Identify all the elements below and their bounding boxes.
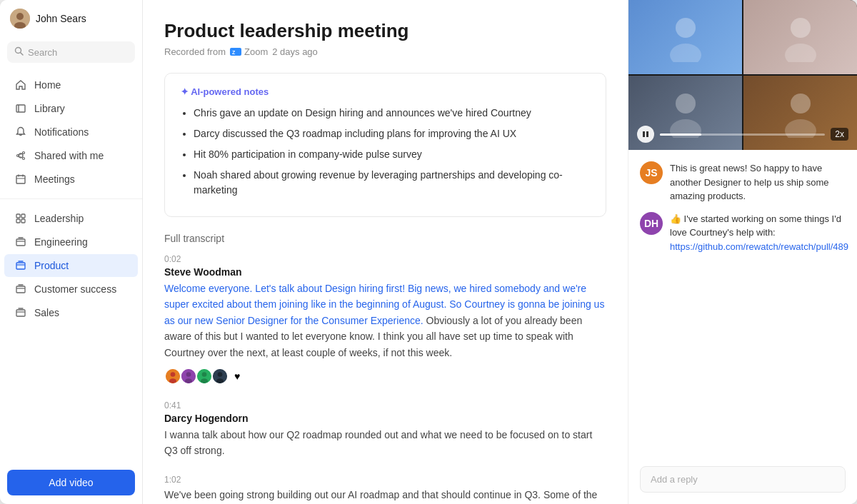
comment: JS This is great news! So happy to have … — [640, 161, 846, 203]
progress-bar[interactable] — [660, 133, 825, 136]
svg-point-48 — [676, 94, 696, 114]
svg-point-37 — [185, 378, 192, 383]
sidebar-item-engineering[interactable]: Engineering — [4, 231, 138, 253]
svg-rect-53 — [646, 131, 648, 137]
svg-rect-20 — [16, 219, 20, 223]
person-silhouette-1 — [664, 12, 707, 62]
sidebar-item-leadership[interactable]: Leadership — [4, 207, 138, 230]
meeting-time-ago: 2 days ago — [272, 46, 318, 57]
channel-icon-sales — [14, 306, 27, 319]
share-icon — [14, 149, 27, 162]
svg-point-42 — [218, 372, 223, 377]
ai-note-item: Chris gave an update on Design hiring an… — [194, 106, 590, 121]
engineering-label: Engineering — [34, 236, 88, 248]
content-area: Product leadership meeting Recorded from… — [143, 0, 857, 504]
shared-label: Shared with me — [34, 150, 104, 161]
calendar-icon — [14, 173, 27, 186]
reaction-avatar — [196, 368, 213, 385]
svg-point-43 — [216, 378, 224, 383]
svg-point-33 — [171, 372, 176, 377]
avatar — [10, 9, 30, 29]
bell-icon — [14, 126, 27, 138]
user-name: John Sears — [36, 13, 86, 24]
svg-rect-28 — [16, 310, 25, 316]
svg-point-36 — [186, 372, 191, 377]
meeting-source: Zoom — [244, 46, 268, 57]
sidebar-item-notifications[interactable]: Notifications — [4, 121, 138, 143]
product-label: Product — [34, 260, 69, 271]
notifications-label: Notifications — [34, 126, 89, 138]
ai-label: ✦ AI-powered notes — [181, 86, 590, 97]
meeting-title: Product leadership meeting — [164, 20, 606, 42]
ai-notes-box: ✦ AI-powered notes Chris gave an update … — [164, 73, 606, 217]
commenter-avatar-2: DH — [640, 212, 663, 235]
progress-fill — [660, 133, 701, 136]
channel-icon-product — [14, 259, 27, 272]
channels-nav: Leadership Engineering Product Customer … — [0, 203, 142, 328]
sidebar-item-sales[interactable]: Sales — [4, 301, 138, 324]
svg-point-47 — [785, 44, 816, 62]
search-icon — [14, 46, 24, 58]
svg-rect-22 — [16, 239, 25, 246]
pause-button[interactable] — [637, 126, 654, 143]
transcript-text: Welcome everyone. Let's talk about Desig… — [164, 281, 606, 361]
speed-badge[interactable]: 2x — [831, 128, 848, 141]
svg-point-8 — [23, 152, 25, 154]
ai-note-item: Darcy discussed the Q3 roadmap including… — [194, 126, 590, 141]
transcript-speaker: Steve Woodman — [164, 266, 606, 278]
svg-point-44 — [676, 18, 696, 38]
sidebar-item-customer-success[interactable]: Customer success — [4, 278, 138, 301]
channel-icon-customer-success — [14, 283, 27, 296]
svg-rect-14 — [16, 176, 25, 183]
svg-point-34 — [169, 378, 176, 383]
comment: DH 👍 I've started working on some things… — [640, 212, 846, 254]
video-cell-2 — [743, 0, 857, 74]
transcript-entry: 0:02 Steve Woodman Welcome everyone. Let… — [164, 254, 606, 385]
comment-link[interactable]: https://github.com/rewatch/rewatch/pull/… — [670, 241, 848, 252]
svg-rect-21 — [21, 219, 25, 223]
svg-point-45 — [670, 44, 701, 62]
svg-point-40 — [201, 378, 208, 383]
add-video-button[interactable]: Add video — [7, 470, 135, 495]
channel-icon-engineering — [14, 236, 27, 248]
video-controls: 2x — [628, 126, 857, 143]
transcript-panel: Product leadership meeting Recorded from… — [143, 0, 628, 504]
reactions: ♥ — [164, 368, 606, 385]
reaction-emoji: ♥ — [234, 371, 240, 382]
zoom-logo-icon: Z — [230, 48, 241, 56]
reaction-avatar — [164, 368, 181, 385]
comment-body-2: 👍 I've started working on some things I'… — [670, 212, 848, 254]
library-icon — [14, 102, 27, 115]
channel-icon-leadership — [14, 212, 27, 225]
svg-text:Z: Z — [232, 50, 236, 55]
reply-input[interactable]: Add a reply — [640, 466, 846, 493]
sidebar-item-product[interactable]: Product — [4, 254, 138, 277]
ai-note-item: Noah shared about growing revenue by lev… — [194, 168, 590, 198]
sidebar-item-meetings[interactable]: Meetings — [4, 168, 138, 191]
transcript-time: 1:02 — [164, 475, 606, 485]
user-header: John Sears — [0, 0, 142, 37]
sidebar-item-home[interactable]: Home — [4, 74, 138, 96]
meeting-meta: Recorded from Z Zoom 2 days ago — [164, 46, 606, 57]
nav-divider — [0, 198, 142, 199]
main-nav: Home Library Notifications Shared with m… — [0, 70, 142, 194]
leadership-label: Leadership — [34, 213, 84, 224]
home-icon — [14, 79, 27, 91]
main-content: Product leadership meeting Recorded from… — [143, 0, 857, 504]
library-label: Library — [34, 103, 65, 114]
svg-rect-52 — [643, 131, 645, 137]
right-panel: 2x JS This is great news! So happy to ha… — [628, 0, 857, 504]
ai-note-item: Hit 80% participation in company-wide pu… — [194, 147, 590, 162]
sidebar-item-shared[interactable]: Shared with me — [4, 144, 138, 167]
search-box[interactable]: Search — [7, 41, 135, 63]
person-silhouette-2 — [779, 12, 822, 62]
transcript-entry: 0:41 Darcy Hogendorn I wanna talk about … — [164, 400, 606, 459]
sidebar-item-library[interactable]: Library — [4, 97, 138, 120]
transcript-entry: 1:02 We've been going strong building ou… — [164, 475, 606, 504]
home-label: Home — [34, 79, 61, 91]
transcript-text: We've been going strong building out our… — [164, 487, 606, 504]
recorded-prefix: Recorded from — [164, 46, 226, 57]
transcript-time: 0:41 — [164, 400, 606, 410]
svg-point-9 — [23, 158, 25, 160]
svg-point-39 — [202, 372, 207, 377]
